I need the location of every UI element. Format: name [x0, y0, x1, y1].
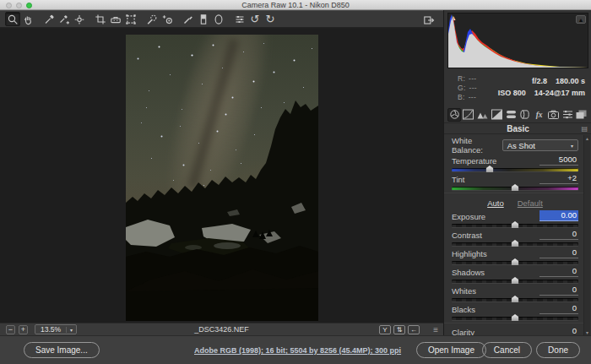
slider-value[interactable]: 0	[539, 229, 578, 240]
rotate-right-button-icon[interactable]: ↻	[263, 12, 278, 26]
transform-tool-icon[interactable]	[123, 12, 138, 26]
slider-track[interactable]	[452, 280, 578, 283]
adjustment-brush-tool-icon[interactable]	[181, 12, 196, 26]
slider-thumb[interactable]	[512, 277, 519, 284]
slider-label: Highlights	[452, 249, 487, 258]
tab-lens-corrections[interactable]	[518, 108, 532, 122]
iso-value: ISO 800	[498, 87, 526, 99]
slider-track[interactable]	[452, 224, 578, 227]
crop-tool-icon[interactable]	[93, 12, 108, 26]
slider-value[interactable]: +2	[539, 173, 578, 184]
slider-thumb[interactable]	[512, 184, 519, 191]
window-title: Camera Raw 10.1 - Nikon D850	[0, 0, 591, 10]
swap-before-after-icon[interactable]: ⇅	[393, 325, 405, 334]
divider	[444, 323, 586, 323]
default-link[interactable]: Default	[518, 198, 543, 208]
lens-value: 14-24@17 mm	[534, 87, 585, 99]
slider-value[interactable]: 0	[539, 303, 578, 314]
slider-contrast: Contrast0	[452, 230, 578, 246]
scroll-down-icon[interactable]: ▾	[584, 329, 590, 335]
slider-thumb[interactable]	[512, 258, 519, 265]
slider-thumb[interactable]	[512, 221, 519, 228]
mountain-landscape	[126, 35, 318, 321]
slider-label: Temperature	[452, 156, 496, 166]
save-image-button[interactable]: Save Image...	[24, 342, 100, 358]
shutter-value: 180.00 s	[556, 75, 585, 87]
tab-hsl-grayscale[interactable]	[490, 108, 503, 122]
photo-preview[interactable]	[126, 35, 318, 321]
slider-thumb[interactable]	[512, 314, 519, 321]
slider-value[interactable]: 0	[539, 326, 578, 335]
slider-thumb[interactable]	[512, 296, 519, 302]
slider-value[interactable]: 0	[539, 266, 578, 277]
exif-readout: f/2.8180.00 s ISO 80014-24@17 mm	[491, 71, 588, 106]
title-bar: Camera Raw 10.1 - Nikon D850	[0, 0, 591, 10]
slider-highlights: Highlights0	[452, 248, 578, 264]
slider-track[interactable]	[452, 168, 578, 171]
rotate-left-button-icon[interactable]: ↺	[247, 12, 263, 26]
slider-track[interactable]	[452, 242, 578, 246]
slider-shadows: Shadows0	[452, 267, 578, 283]
g-label: G:	[458, 84, 466, 92]
scroll-up-icon[interactable]: ▴	[584, 135, 590, 141]
copy-settings-icon[interactable]: ←	[408, 325, 420, 334]
cancel-button[interactable]: Cancel	[482, 342, 532, 358]
straighten-tool-icon[interactable]	[108, 12, 123, 26]
tab-split-toning[interactable]	[504, 108, 518, 122]
slider-value[interactable]: 0	[539, 285, 578, 296]
radial-filter-tool-icon[interactable]	[211, 12, 226, 26]
r-value: ---	[469, 74, 476, 83]
slider-label: Shadows	[452, 268, 485, 277]
filename-label: _DSC3426.NEF	[0, 325, 443, 334]
rgb-readout: R:--- G:--- B:---	[447, 71, 491, 106]
slider-track[interactable]	[452, 187, 578, 190]
slider-value[interactable]: 0	[539, 247, 578, 258]
preferences-button-icon[interactable]	[232, 12, 247, 26]
hand-tool-icon[interactable]	[20, 12, 35, 26]
slider-label: Blacks	[452, 305, 475, 314]
adjustments-panel: ▲ ▲ R:--- G:--- B:--- f/2.8180.00 s ISO …	[443, 10, 591, 335]
preview-preferences-icon[interactable]: ≡	[433, 325, 438, 334]
preview-mode-cycle-button[interactable]: Y	[379, 325, 391, 334]
slider-whites: Whites0	[452, 285, 578, 302]
slider-track[interactable]	[452, 317, 578, 320]
slider-thumb[interactable]	[486, 166, 494, 172]
toggle-fullscreen-icon[interactable]	[421, 14, 436, 27]
white-balance-dropdown[interactable]: As Shot ▾	[502, 139, 578, 151]
panel-menu-icon[interactable]: ▤	[581, 125, 588, 133]
open-image-button[interactable]: Open Image	[416, 342, 486, 358]
white-balance-tool-icon[interactable]	[41, 12, 57, 26]
b-value: ---	[469, 93, 476, 101]
spot-removal-tool-icon[interactable]	[144, 12, 160, 26]
color-sampler-tool-icon[interactable]	[57, 12, 72, 26]
graduated-filter-tool-icon[interactable]	[196, 12, 211, 26]
tab-camera-calibration[interactable]	[546, 108, 560, 122]
preview-canvas[interactable]	[0, 29, 443, 323]
panel-header: Basic ▤	[444, 122, 591, 134]
zoom-tool-icon[interactable]	[5, 12, 20, 26]
workflow-options-link[interactable]: Adobe RGB (1998); 16 bit; 5504 by 8256 (…	[194, 346, 401, 355]
white-balance-row: White Balance: As Shot ▾	[452, 139, 578, 152]
slider-value[interactable]: 0.00	[539, 210, 578, 221]
tab-tone-curve[interactable]	[462, 108, 475, 122]
tab-presets[interactable]	[561, 108, 574, 122]
slider-value[interactable]: 5000	[539, 155, 578, 166]
tab-snapshots[interactable]	[575, 108, 588, 122]
tab-detail[interactable]	[476, 108, 490, 122]
slider-label: Whites	[452, 286, 476, 296]
targeted-adjustment-tool-icon[interactable]	[72, 12, 87, 26]
toolbar: ↺ ↻	[0, 10, 443, 28]
red-eye-tool-icon[interactable]	[160, 12, 175, 26]
slider-track[interactable]	[452, 261, 578, 264]
slider-exposure: Exposure0.00	[452, 211, 578, 227]
done-button[interactable]: Done	[536, 342, 580, 358]
tab-effects[interactable]: fx	[533, 108, 546, 122]
slider-label: Contrast	[452, 231, 482, 240]
panel-scrollbar[interactable]: ▴ ▾	[583, 135, 590, 335]
slider-tint: Tint+2	[452, 174, 578, 190]
slider-label: Tint	[452, 175, 464, 184]
tab-basic[interactable]	[447, 108, 461, 122]
slider-thumb[interactable]	[512, 240, 519, 247]
auto-link[interactable]: Auto	[487, 198, 504, 208]
slider-track[interactable]	[452, 298, 578, 302]
